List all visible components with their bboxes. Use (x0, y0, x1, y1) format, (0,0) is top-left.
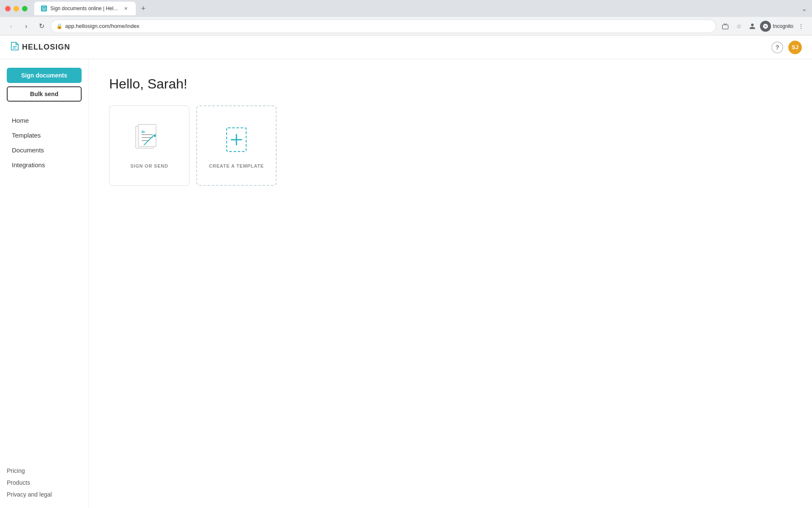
footer-privacy[interactable]: Privacy and legal (7, 489, 82, 500)
sidebar-item-home[interactable]: Home (7, 113, 82, 127)
user-avatar[interactable]: SJ (788, 41, 802, 54)
bookmark-icon[interactable]: ☆ (733, 20, 745, 32)
action-cards: SIGN OR SEND CREATE A TEMPLATE (109, 105, 792, 186)
sidebar-footer: Pricing Products Privacy and legal (7, 466, 82, 500)
maximize-btn[interactable] (22, 6, 27, 11)
close-btn[interactable] (5, 6, 11, 11)
address-bar[interactable]: 🔒 app.hellosign.com/home/index (51, 19, 716, 33)
app-header: HELLOSIGN ? SJ (0, 36, 812, 59)
incognito-badge: Incognito (760, 21, 793, 32)
tab-favicon (41, 6, 47, 11)
menu-btn[interactable]: ⋮ (795, 20, 807, 32)
cast-icon[interactable] (719, 20, 731, 32)
help-button[interactable]: ? (771, 41, 783, 53)
logo-icon (10, 41, 19, 53)
create-template-label: CREATE A TEMPLATE (209, 163, 264, 168)
minimize-btn[interactable] (14, 6, 19, 11)
reload-btn[interactable]: ↻ (36, 20, 47, 32)
sidebar-item-templates[interactable]: Templates (7, 128, 82, 142)
footer-products[interactable]: Products (7, 478, 82, 488)
sign-document-icon (132, 123, 166, 157)
sidebar-item-documents[interactable]: Documents (7, 143, 82, 157)
bulk-send-button[interactable]: Bulk send (7, 86, 82, 102)
back-btn[interactable]: ‹ (5, 20, 17, 32)
incognito-avatar (760, 21, 771, 32)
footer-pricing[interactable]: Pricing (7, 466, 82, 476)
url-text: app.hellosign.com/home/index (65, 23, 710, 29)
sidebar: Sign documents Bulk send Home Templates … (0, 59, 89, 508)
main-content: Hello, Sarah! (89, 59, 812, 508)
window-controls (5, 6, 27, 11)
profile-icon[interactable] (746, 20, 758, 32)
header-actions: ? SJ (771, 41, 802, 54)
forward-btn[interactable]: › (20, 20, 32, 32)
new-tab-btn[interactable]: + (137, 3, 149, 14)
svg-rect-3 (723, 25, 728, 29)
toolbar-actions: ☆ Incognito ⋮ (719, 20, 807, 32)
lock-icon: 🔒 (56, 23, 63, 29)
tab-close-btn[interactable]: ✕ (122, 5, 129, 12)
active-tab[interactable]: Sign documents online | HelloS... ✕ (34, 2, 136, 15)
sidebar-item-integrations[interactable]: Integrations (7, 158, 82, 172)
sign-documents-button[interactable]: Sign documents (7, 68, 82, 83)
sign-or-send-label: SIGN OR SEND (130, 163, 168, 168)
incognito-label: Incognito (773, 23, 793, 29)
logo-text: HELLOSIGN (22, 43, 70, 52)
create-template-icon (219, 123, 253, 157)
logo[interactable]: HELLOSIGN (10, 41, 70, 53)
tab-bar: Sign documents online | HelloS... ✕ + ⌄ (34, 2, 807, 15)
create-template-card[interactable]: CREATE A TEMPLATE (196, 105, 277, 186)
page-title: Hello, Sarah! (109, 76, 792, 92)
sign-or-send-card[interactable]: SIGN OR SEND (109, 105, 189, 186)
sidebar-nav: Home Templates Documents Integrations (7, 113, 82, 172)
tab-title: Sign documents online | HelloS... (50, 6, 119, 11)
tab-menu-btn[interactable]: ⌄ (801, 5, 807, 13)
